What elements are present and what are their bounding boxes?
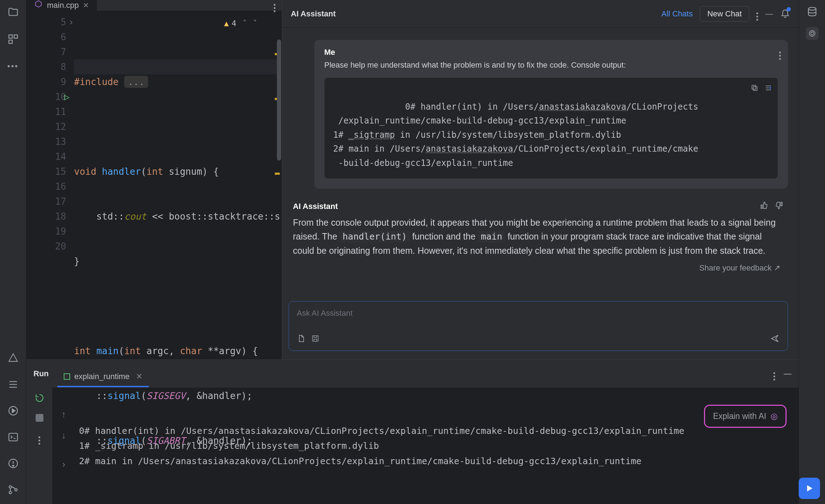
thumbs-up-icon[interactable] [760, 201, 769, 212]
svg-rect-8 [9, 433, 17, 441]
ai-assistant-panel: AI Assistant All Chats New Chat — [282, 0, 799, 359]
assistant-author-label: AI Assistant [293, 202, 338, 211]
svg-point-12 [9, 486, 11, 488]
send-icon[interactable] [770, 334, 780, 346]
chat-input[interactable]: Ask AI Assistant [289, 301, 788, 351]
copy-icon[interactable] [751, 82, 758, 96]
line-gutter: ›5 6 7 8 9 ▷10 11 12 13 14 15 16 17 18 [26, 11, 74, 504]
svg-point-14 [15, 489, 17, 491]
left-tool-rail: ••• [0, 0, 26, 504]
database-icon[interactable] [806, 6, 819, 19]
svg-marker-7 [12, 409, 15, 413]
svg-rect-16 [752, 85, 756, 89]
svg-rect-2 [9, 40, 12, 43]
tab-menu-icon[interactable] [274, 0, 275, 12]
minimize-icon[interactable]: — [765, 9, 773, 19]
feedback-link[interactable]: Share your feedback ↗ [699, 263, 780, 272]
run-fab[interactable] [799, 478, 820, 499]
project-icon[interactable] [7, 6, 20, 19]
warning-icon: ▲ [224, 16, 229, 31]
ai-assistant-tool-icon[interactable] [806, 27, 819, 40]
right-tool-rail [799, 0, 825, 504]
message-menu-icon[interactable] [779, 46, 781, 60]
cmake-icon[interactable] [7, 352, 20, 364]
problems-icon[interactable] [7, 457, 20, 470]
user-message-text: Please help me understand what the probl… [324, 59, 778, 71]
structure-icon[interactable] [7, 33, 20, 46]
user-message-card: Me Please help me understand what the pr… [314, 40, 788, 189]
terminal-icon[interactable] [7, 431, 20, 443]
cpp-file-icon [34, 0, 43, 11]
close-tab-icon[interactable]: ✕ [83, 1, 89, 10]
ai-panel-title: AI Assistant [291, 9, 336, 19]
stacktrace-block: 0# handler(int) in /Users/anastasiakazak… [324, 78, 778, 179]
todo-icon[interactable] [7, 378, 20, 391]
file-tab[interactable]: main.cpp ✕ [26, 0, 97, 11]
svg-rect-20 [312, 336, 318, 341]
assistant-response: AI Assistant From the console output pro… [293, 197, 788, 273]
explain-label: Explain with AI [713, 409, 766, 423]
file-tab-label: main.cpp [47, 1, 79, 10]
next-problem-icon[interactable]: ˅ [253, 16, 257, 31]
user-author-label: Me [324, 48, 778, 57]
ai-menu-icon[interactable] [756, 7, 758, 21]
attach-file-icon[interactable] [297, 334, 305, 345]
notifications-icon[interactable] [780, 8, 790, 20]
insert-icon[interactable] [764, 82, 773, 96]
prev-problem-icon[interactable]: ˄ [243, 16, 247, 31]
ai-swirl-icon: ◎ [771, 409, 778, 423]
editor-tab-bar: main.cpp ✕ [26, 0, 282, 11]
editor-panel: main.cpp ✕ ›5 6 7 8 9 ▷10 11 12 [26, 0, 282, 359]
run-menu-icon[interactable] [773, 367, 775, 380]
more-tools-icon[interactable]: ••• [7, 60, 20, 73]
svg-point-13 [9, 492, 11, 494]
vcs-icon[interactable] [7, 483, 20, 496]
svg-point-23 [809, 31, 815, 36]
svg-point-21 [808, 7, 816, 10]
minimize-run-icon[interactable]: — [784, 369, 792, 378]
run-gutter-icon[interactable]: ▷ [64, 89, 70, 104]
all-chats-link[interactable]: All Chats [661, 9, 693, 19]
warnings-count: 4 [232, 16, 236, 31]
services-icon[interactable] [7, 404, 20, 417]
svg-marker-24 [807, 485, 813, 492]
svg-rect-1 [14, 35, 17, 38]
svg-point-22 [811, 32, 814, 35]
svg-rect-15 [753, 86, 757, 90]
chat-placeholder: Ask AI Assistant [297, 309, 780, 318]
svg-point-11 [12, 465, 14, 466]
warnings-indicator[interactable]: ▲ 4 ˄ ˅ [224, 16, 257, 31]
svg-rect-0 [9, 35, 12, 38]
thumbs-down-icon[interactable] [774, 201, 784, 212]
save-chat-icon[interactable] [311, 334, 320, 345]
explain-with-ai-button[interactable]: Explain with AI ◎ [704, 405, 787, 428]
new-chat-button[interactable]: New Chat [700, 6, 749, 22]
